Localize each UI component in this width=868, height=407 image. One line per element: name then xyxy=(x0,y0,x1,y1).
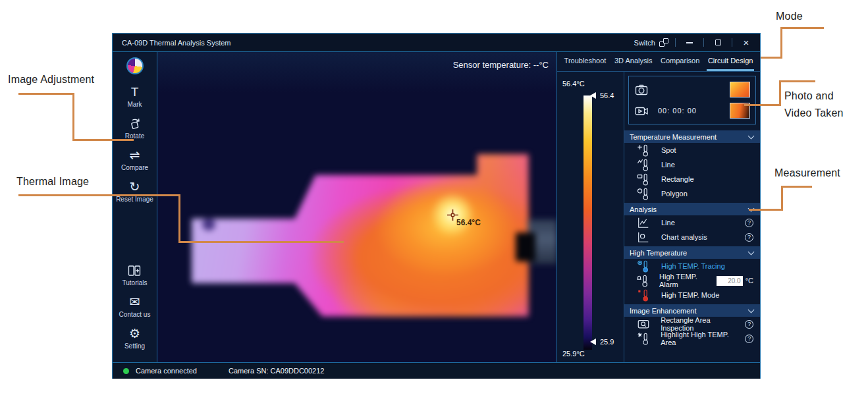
title-bar: CA-09D Thermal Analysis System Switch × xyxy=(113,34,760,52)
tool-line[interactable]: Line xyxy=(624,157,760,172)
polygon-thermometer-icon xyxy=(637,187,650,200)
line-chart-icon xyxy=(637,216,650,229)
setting-gear-icon: ⚙ xyxy=(129,327,140,341)
high-temp-alarm-input[interactable] xyxy=(717,276,743,286)
callout-line xyxy=(779,80,781,106)
section-image-enhancement[interactable]: Image Enhancement xyxy=(624,304,760,317)
red-thermometer-icon xyxy=(637,288,650,302)
switch-button[interactable]: Switch xyxy=(634,38,668,47)
help-icon[interactable]: ? xyxy=(745,320,753,329)
record-timer: 00: 00: 00 xyxy=(658,107,697,115)
divider xyxy=(732,38,732,47)
black-connector xyxy=(516,232,535,261)
colorbar-max-marker[interactable]: 56.4 xyxy=(590,92,614,99)
video-capture-row: 00: 00: 00 xyxy=(634,101,750,121)
callout-line xyxy=(744,104,781,106)
maximize-icon xyxy=(715,40,721,45)
tool-spot[interactable]: Spot xyxy=(624,143,760,157)
rotate-icon xyxy=(128,117,142,131)
callout-line xyxy=(779,80,815,82)
rectangle-area-inspection[interactable]: Rectangle Area Inspection ? xyxy=(624,317,760,331)
alarm-unit-label: °C xyxy=(746,277,753,285)
mode-tabbar: Troubleshoot 3D Analysis Comparison Circ… xyxy=(557,52,760,72)
sidebar-item-tutorials[interactable]: Tutorials xyxy=(122,263,148,286)
thermal-image-viewer[interactable]: Sensor temperature: --°C 56.4°C xyxy=(157,52,557,362)
photo-thumbnail[interactable] xyxy=(730,82,750,97)
callout-line xyxy=(18,194,180,196)
photo-capture-row xyxy=(634,80,750,99)
section-high-temperature[interactable]: High Temperature xyxy=(624,246,760,259)
colorbar-min-marker[interactable]: 25.9 xyxy=(590,338,614,346)
sidebar-item-reset-image[interactable]: ↻ Reset Image xyxy=(116,180,153,203)
section-analysis[interactable]: Analysis xyxy=(624,203,760,215)
sidebar-item-rotate[interactable]: Rotate xyxy=(125,117,144,140)
colorbar-max-label: 56.4°C xyxy=(562,80,585,88)
sidebar-item-setting[interactable]: ⚙ Setting xyxy=(124,327,145,350)
callout-line xyxy=(781,186,812,188)
right-panel-region: Troubleshoot 3D Analysis Comparison Circ… xyxy=(557,52,760,362)
help-icon[interactable]: ? xyxy=(745,335,753,343)
pcb-board-thermal xyxy=(192,149,535,323)
rectangle-thermometer-icon xyxy=(637,173,650,186)
palette-icon[interactable] xyxy=(126,57,144,74)
temperature-colorbar: 56.4°C 56.4 25.9 25.9°C xyxy=(557,72,624,362)
help-icon[interactable]: ? xyxy=(745,233,753,242)
spot-temperature-label: 56.4°C xyxy=(456,218,481,227)
window-controls: Switch × xyxy=(634,37,753,49)
high-temp-tracing[interactable]: High TEMP. Tracing xyxy=(624,259,760,273)
video-icon[interactable] xyxy=(634,103,649,118)
high-temp-alarm[interactable]: High TEMP. Alarm °C xyxy=(624,273,760,288)
help-icon[interactable]: ? xyxy=(745,219,753,227)
compare-icon: ⇌ xyxy=(130,148,140,163)
sidebar-item-compare[interactable]: ⇌ Compare xyxy=(121,148,148,171)
tab-comparison[interactable]: Comparison xyxy=(659,52,701,71)
sensor-temperature-readout: Sensor temperature: --°C xyxy=(453,60,549,70)
capture-box: 00: 00: 00 xyxy=(628,76,756,124)
switch-icon xyxy=(659,38,668,47)
analysis-line[interactable]: Line ? xyxy=(624,215,760,230)
callout-image-adjustment: Image Adjustment xyxy=(8,74,94,86)
status-bar: Camera connected Camera SN: CA09DDC00212 xyxy=(113,362,760,379)
minimize-button[interactable] xyxy=(682,37,697,49)
tab-circuit-design[interactable]: Circuit Design xyxy=(707,52,754,71)
thermal-image xyxy=(157,52,556,362)
tracing-thermometer-icon xyxy=(637,259,650,273)
tool-polygon[interactable]: Polygon xyxy=(624,186,760,201)
analysis-chart[interactable]: Chart analysis ? xyxy=(624,230,760,244)
section-temperature-measurement[interactable]: Temperature Measurement xyxy=(624,130,760,143)
callout-line xyxy=(178,194,180,243)
alarm-thermometer-icon xyxy=(636,274,649,287)
colorbar-min-label: 25.9°C xyxy=(562,350,585,358)
app-window: CA-09D Thermal Analysis System Switch × xyxy=(112,33,761,379)
callout-line xyxy=(18,93,74,95)
switch-label: Switch xyxy=(634,39,655,47)
tab-troubleshoot[interactable]: Troubleshoot xyxy=(563,52,608,71)
maximize-button[interactable] xyxy=(711,37,725,49)
highlight-high-temp-area[interactable]: Highlight High TEMP. Area ? xyxy=(624,331,760,346)
board-dark-spot xyxy=(202,219,215,231)
divider xyxy=(703,38,704,47)
connection-status-text: Camera connected xyxy=(136,367,197,375)
camera-serial-text: Camera SN: CA09DDC00212 xyxy=(229,367,325,375)
chevron-down-icon xyxy=(748,306,755,313)
tab-3d-analysis[interactable]: 3D Analysis xyxy=(613,52,653,71)
callout-line xyxy=(782,27,824,29)
high-temp-mode[interactable]: High TEMP. Mode xyxy=(624,288,760,302)
chart-analysis-icon xyxy=(637,231,650,244)
camera-icon[interactable] xyxy=(634,82,649,97)
triangle-left-icon xyxy=(590,339,596,345)
close-button[interactable]: × xyxy=(739,37,753,49)
callout-line xyxy=(72,93,74,141)
sparkle-thermometer-icon xyxy=(637,332,650,345)
tutorials-icon xyxy=(127,263,142,278)
tool-rectangle[interactable]: Rectangle xyxy=(624,172,760,186)
sidebar-item-mark[interactable]: T Mark xyxy=(127,85,142,108)
minimize-icon xyxy=(686,42,693,43)
sidebar-item-contact-us[interactable]: ✉ Contact us xyxy=(119,295,151,318)
callout-line xyxy=(781,186,783,211)
spot-thermometer-icon xyxy=(637,144,650,157)
contact-us-icon: ✉ xyxy=(130,295,140,310)
magnifier-rect-icon xyxy=(637,317,650,331)
triangle-left-icon xyxy=(590,92,596,99)
colorbar-gradient[interactable] xyxy=(583,95,592,350)
